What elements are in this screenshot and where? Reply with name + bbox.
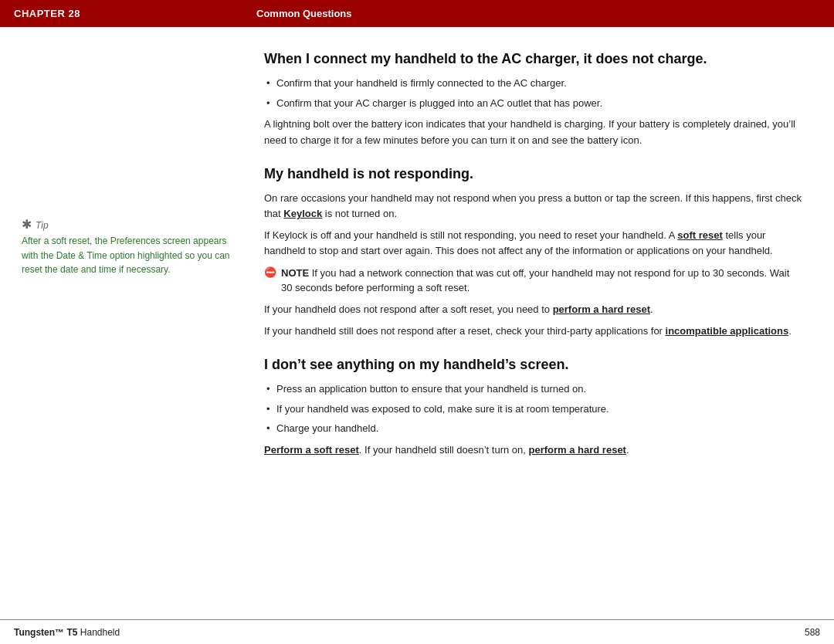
section2-title: My handheld is not responding. — [264, 165, 803, 183]
section3-bullets: Press an application button to ensure th… — [264, 381, 803, 436]
chapter-label: CHAPTER 28 — [0, 8, 249, 19]
page-header: CHAPTER 28 Common Questions — [0, 0, 834, 27]
section2-para1: On rare occasions your handheld may not … — [264, 191, 803, 222]
keylock-text: Keylock — [283, 208, 322, 219]
hard-reset-link[interactable]: perform a hard reset — [553, 303, 650, 315]
section3-para1-mid: . If your handheld still doesn’t turn on… — [359, 444, 529, 456]
incompatible-link[interactable]: incompatible applications — [666, 325, 789, 337]
soft-reset-link[interactable]: soft reset — [677, 229, 723, 241]
tip-header: ✱ Tip — [22, 220, 235, 231]
note-block: ⛔ NOTE If you had a network connection t… — [264, 266, 803, 296]
list-item: Confirm that your AC charger is plugged … — [264, 96, 803, 111]
page-footer: Tungsten™ T5 Handheld 588 — [0, 619, 834, 644]
para4-suffix: . — [788, 325, 792, 337]
section2-para1-text: On rare occasions your handheld may not … — [264, 192, 802, 219]
tip-label: Tip — [36, 220, 49, 231]
footer-page: 588 — [805, 627, 820, 638]
note-text: NOTE If you had a network connection tha… — [281, 266, 803, 296]
tip-text: After a soft reset, the Preferences scre… — [22, 234, 235, 277]
list-item: Confirm that your handheld is firmly con… — [264, 76, 803, 91]
section2-para2: If Keylock is off and your handheld is s… — [264, 228, 803, 259]
section1-title: When I connect my handheld to the AC cha… — [264, 50, 803, 68]
para4-prefix: If your handheld still does not respond … — [264, 325, 666, 337]
footer-brand-text: Tungsten™ T5 — [14, 627, 77, 638]
section2-para4: If your handheld still does not respond … — [264, 324, 803, 339]
sidebar: ✱ Tip After a soft reset, the Preference… — [0, 27, 249, 619]
para3-prefix: If your handheld does not respond after … — [264, 303, 553, 315]
note-content: If you had a network connection that was… — [281, 267, 789, 294]
section2-para3: If your handheld does not respond after … — [264, 302, 803, 317]
footer-brand: Tungsten™ T5 Handheld — [14, 627, 120, 638]
section3-para1: Perform a soft reset. If your handheld s… — [264, 442, 803, 458]
section1-para1: A lightning bolt over the battery icon i… — [264, 117, 803, 147]
list-item: Charge your handheld. — [264, 421, 803, 436]
note-icon: ⛔ — [264, 266, 276, 278]
list-item: If your handheld was exposed to cold, ma… — [264, 402, 803, 417]
tip-star-icon: ✱ — [22, 219, 32, 231]
para3-suffix: . — [650, 303, 653, 315]
section1-bullets: Confirm that your handheld is firmly con… — [264, 76, 803, 110]
section3-title: I don’t see anything on my handheld’s sc… — [264, 356, 803, 374]
section3-hard-reset-link[interactable]: perform a hard reset — [529, 444, 626, 456]
note-label: NOTE — [281, 267, 309, 279]
section3-soft-reset-link[interactable]: Perform a soft reset — [264, 444, 359, 456]
section-label: Common Questions — [249, 8, 834, 19]
main-content: When I connect my handheld to the AC cha… — [249, 27, 834, 619]
section2-para2-prefix: If Keylock is off and your handheld is s… — [264, 229, 677, 241]
page-body: ✱ Tip After a soft reset, the Preference… — [0, 27, 834, 619]
tip-block: ✱ Tip After a soft reset, the Preference… — [14, 220, 235, 277]
list-item: Press an application button to ensure th… — [264, 381, 803, 397]
section3-para1-suffix: . — [626, 444, 629, 456]
